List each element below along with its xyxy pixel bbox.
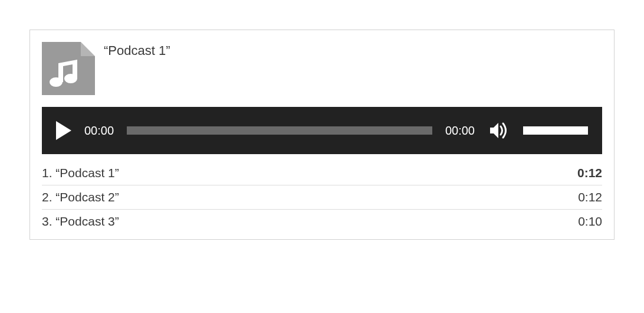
svg-point-0 bbox=[50, 77, 63, 87]
volume-slider[interactable] bbox=[523, 126, 588, 135]
svg-point-1 bbox=[64, 74, 77, 83]
elapsed-time: 00:00 bbox=[84, 124, 114, 138]
now-playing-header: “Podcast 1” bbox=[42, 42, 602, 95]
player-controls: 00:00 00:00 bbox=[42, 107, 602, 154]
playlist-item[interactable]: 3. “Podcast 3” 0:10 bbox=[42, 210, 602, 233]
volume-icon[interactable] bbox=[488, 119, 510, 142]
track-duration: 0:12 bbox=[577, 166, 602, 180]
play-button[interactable] bbox=[56, 121, 71, 140]
music-file-icon bbox=[42, 42, 95, 95]
track-title: 3. “Podcast 3” bbox=[42, 214, 119, 229]
playlist-item[interactable]: 2. “Podcast 2” 0:12 bbox=[42, 185, 602, 210]
playlist: 1. “Podcast 1” 0:12 2. “Podcast 2” 0:12 … bbox=[42, 161, 602, 233]
total-time: 00:00 bbox=[445, 124, 475, 138]
audio-player-card: “Podcast 1” 00:00 00:00 1. “Podcast 1” 0… bbox=[29, 30, 615, 240]
progress-bar[interactable] bbox=[127, 126, 432, 135]
track-duration: 0:10 bbox=[578, 214, 602, 229]
current-track-title: “Podcast 1” bbox=[104, 42, 170, 58]
track-duration: 0:12 bbox=[578, 190, 602, 204]
playlist-item[interactable]: 1. “Podcast 1” 0:12 bbox=[42, 161, 602, 185]
track-title: 2. “Podcast 2” bbox=[42, 190, 119, 204]
track-title: 1. “Podcast 1” bbox=[42, 166, 119, 180]
